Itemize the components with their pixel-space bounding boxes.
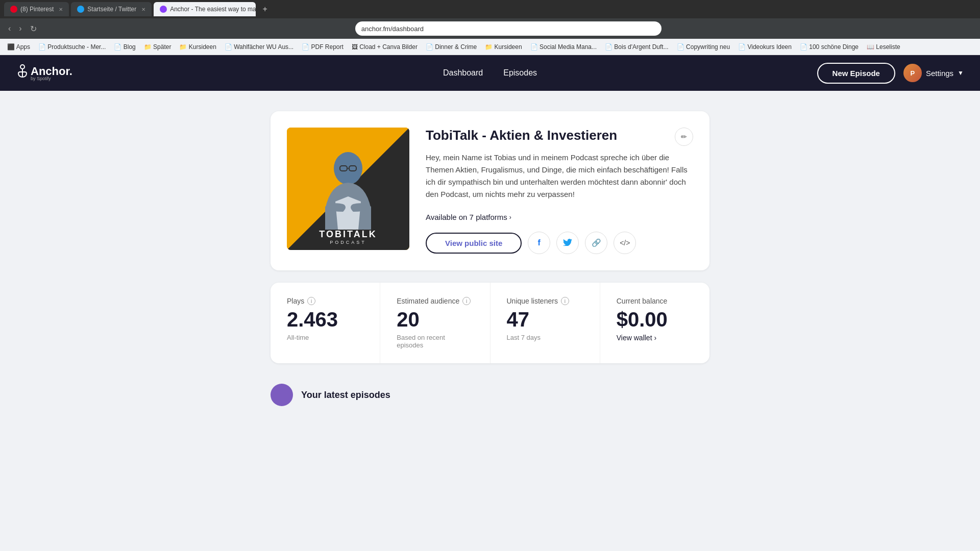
tab-pinterest[interactable]: (8) Pinterest ✕ — [4, 2, 69, 16]
unique-listeners-label: Unique listeners i — [507, 297, 583, 305]
podcast-card: TOBITALK PODCAST ✏ TobiTalk - Aktien & I… — [271, 111, 709, 270]
tab-close-pinterest[interactable]: ✕ — [59, 7, 63, 12]
tab-label-twitter: Startseite / Twitter — [87, 6, 136, 13]
stats-row: Plays i 2.463 All-time Estimated audienc… — [271, 283, 709, 363]
tab-favicon-anchor — [160, 6, 167, 13]
view-public-site-button[interactable]: View public site — [426, 233, 522, 254]
unique-listeners-info-icon[interactable]: i — [561, 297, 569, 305]
svg-text:by Spotify: by Spotify — [31, 76, 51, 81]
bottom-section: Your latest episodes — [271, 375, 709, 414]
platforms-link[interactable]: Available on 7 platforms › — [426, 213, 693, 221]
tab-anchor[interactable]: Anchor - The easiest way to mai... ✕ — [154, 2, 256, 16]
new-episode-button[interactable]: New Episode — [817, 63, 895, 84]
facebook-icon: f — [538, 238, 541, 247]
action-row: View public site f 🔗 </> — [426, 232, 693, 254]
estimated-audience-value: 20 — [397, 309, 473, 330]
stat-unique-listeners: Unique listeners i 47 Last 7 days — [491, 283, 600, 363]
bottom-section-title: Your latest episodes — [301, 390, 390, 400]
settings-chevron-icon: ▼ — [958, 69, 964, 77]
logo-area: Anchor. by Spotify — [16, 62, 78, 84]
estimated-audience-info-icon[interactable]: i — [462, 297, 471, 305]
bookmark-social[interactable]: 📄 Social Media Mana... — [527, 42, 600, 52]
new-tab-button[interactable]: + — [258, 2, 272, 16]
settings-button[interactable]: P Settings ▼ — [903, 64, 964, 82]
nav-episodes[interactable]: Episodes — [503, 68, 537, 78]
embed-button[interactable]: </> — [614, 232, 636, 254]
podcast-image-svg: TOBITALK PODCAST — [287, 128, 409, 250]
svg-text:PODCAST: PODCAST — [330, 240, 366, 245]
stat-estimated-audience: Estimated audience i 20 Based on recent … — [380, 283, 490, 363]
tab-bar: (8) Pinterest ✕ Startseite / Twitter ✕ A… — [0, 0, 980, 18]
facebook-share-button[interactable]: f — [528, 232, 550, 254]
user-avatar: P — [903, 64, 922, 82]
bookmark-kursideen2[interactable]: 📁 Kursideen — [482, 42, 525, 52]
section-icon — [271, 384, 293, 406]
copy-link-button[interactable]: 🔗 — [585, 232, 607, 254]
view-wallet-label: View wallet — [617, 334, 652, 342]
bookmark-pdf[interactable]: 📄 PDF Report — [299, 42, 347, 52]
svg-text:TOBITALK: TOBITALK — [319, 229, 377, 239]
tab-label-pinterest: (8) Pinterest — [20, 6, 54, 13]
bookmark-cload[interactable]: 🖼 Cload + Canva Bilder — [349, 42, 421, 52]
podcast-description: Hey, mein Name ist Tobias und in meinem … — [426, 152, 693, 201]
unique-listeners-sublabel: Last 7 days — [507, 334, 583, 341]
svg-point-2 — [20, 65, 24, 69]
main-content: TOBITALK PODCAST ✏ TobiTalk - Aktien & I… — [260, 91, 720, 435]
podcast-image: TOBITALK PODCAST — [287, 128, 409, 250]
tab-favicon-pinterest — [10, 6, 17, 13]
platforms-text: Available on 7 platforms — [426, 213, 507, 221]
bookmark-blog[interactable]: 📄 Blog — [111, 42, 138, 52]
edit-podcast-button[interactable]: ✏ — [675, 128, 693, 146]
address-bar: ‹ › ↻ anchor.fm/dashboard — [0, 18, 980, 39]
twitter-icon — [563, 238, 572, 248]
view-wallet-link[interactable]: View wallet › — [617, 334, 693, 342]
nav-dashboard[interactable]: Dashboard — [443, 68, 483, 78]
refresh-button[interactable]: ↻ — [28, 22, 39, 36]
twitter-share-button[interactable] — [556, 232, 579, 254]
tab-twitter[interactable]: Startseite / Twitter ✕ — [71, 2, 152, 16]
bookmark-bois[interactable]: 📄 Bois d'Argent Duft... — [602, 42, 672, 52]
unique-listeners-value: 47 — [507, 309, 583, 330]
app-header: Anchor. by Spotify Dashboard Episodes Ne… — [0, 55, 980, 91]
embed-code-icon: </> — [620, 239, 630, 247]
bookmark-spater[interactable]: 📁 Später — [141, 42, 175, 52]
estimated-audience-sublabel: Based on recent episodes — [397, 334, 473, 349]
estimated-audience-label: Estimated audience i — [397, 297, 473, 305]
bookmark-kursideen1[interactable]: 📁 Kursideen — [176, 42, 219, 52]
link-icon: 🔗 — [592, 238, 601, 247]
bookmark-apps[interactable]: ⬛ Apps — [4, 42, 33, 52]
forward-button[interactable]: › — [17, 22, 23, 35]
bookmark-videokurs[interactable]: 📄 Videokurs Ideen — [735, 42, 795, 52]
stat-plays: Plays i 2.463 All-time — [271, 283, 380, 363]
edit-pencil-icon: ✏ — [681, 133, 687, 141]
bookmark-dinner[interactable]: 📄 Dinner & Crime — [423, 42, 480, 52]
bookmark-produktsuche[interactable]: 📄 Produktsuche - Mer... — [35, 42, 109, 52]
plays-sublabel: All-time — [287, 334, 363, 341]
bookmark-copywriting[interactable]: 📄 Copywriting neu — [674, 42, 733, 52]
plays-info-icon[interactable]: i — [307, 297, 315, 305]
current-balance-label: Current balance — [617, 297, 693, 305]
tab-close-twitter[interactable]: ✕ — [141, 7, 145, 12]
podcast-name: TobiTalk - Aktien & Investieren — [426, 128, 693, 143]
settings-label: Settings — [926, 69, 953, 78]
stat-current-balance: Current balance $0.00 View wallet › — [600, 283, 709, 363]
back-button[interactable]: ‹ — [6, 22, 13, 35]
current-balance-value: $0.00 — [617, 309, 693, 330]
plays-label: Plays i — [287, 297, 363, 305]
header-right: New Episode P Settings ▼ — [817, 63, 964, 84]
header-nav: Dashboard Episodes — [443, 68, 537, 78]
platforms-chevron-icon: › — [509, 214, 511, 221]
logo-svg: Anchor. by Spotify — [16, 62, 78, 82]
url-text: anchor.fm/dashboard — [361, 25, 424, 33]
anchor-logo: Anchor. by Spotify — [16, 62, 78, 84]
bookmark-leseliste[interactable]: 📖 Leseliste — [864, 42, 903, 52]
bookmark-bar: ⬛ Apps 📄 Produktsuche - Mer... 📄 Blog 📁 … — [0, 39, 980, 55]
browser-chrome: (8) Pinterest ✕ Startseite / Twitter ✕ A… — [0, 0, 980, 55]
wallet-chevron-icon: › — [654, 334, 657, 342]
podcast-info: ✏ TobiTalk - Aktien & Investieren Hey, m… — [426, 128, 693, 254]
url-input[interactable]: anchor.fm/dashboard — [355, 21, 662, 36]
tab-favicon-twitter — [77, 6, 84, 13]
bookmark-wahlfacher[interactable]: 📄 Wahlfächer WU Aus... — [222, 42, 297, 52]
tab-label-anchor: Anchor - The easiest way to mai... — [170, 6, 256, 13]
bookmark-100dinge[interactable]: 📄 100 schöne Dinge — [797, 42, 862, 52]
